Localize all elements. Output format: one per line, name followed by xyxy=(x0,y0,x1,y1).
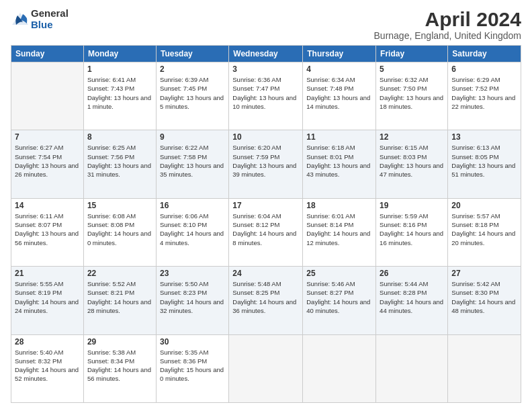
day-number: 14 xyxy=(15,201,80,210)
list-item: 5Sunrise: 6:32 AMSunset: 7:50 PMDaylight… xyxy=(376,62,448,130)
subtitle: Burnage, England, United Kingdom xyxy=(374,30,521,41)
main-title: April 2024 xyxy=(374,8,521,30)
list-item: 22Sunrise: 5:52 AMSunset: 8:21 PMDayligh… xyxy=(83,267,156,334)
col-monday: Monday xyxy=(83,46,156,62)
day-number: 12 xyxy=(380,132,444,142)
day-info: Sunrise: 6:29 AMSunset: 7:52 PMDaylight:… xyxy=(451,75,517,111)
day-info: Sunrise: 5:59 AMSunset: 8:16 PMDaylight:… xyxy=(380,212,444,247)
day-info: Sunrise: 5:35 AMSunset: 8:36 PMDaylight:… xyxy=(160,348,225,383)
col-wednesday: Wednesday xyxy=(229,46,303,62)
list-item: 6Sunrise: 6:29 AMSunset: 7:52 PMDaylight… xyxy=(448,62,521,130)
col-thursday: Thursday xyxy=(303,46,376,62)
list-item xyxy=(229,334,303,402)
day-number: 22 xyxy=(87,269,152,278)
table-row: 1Sunrise: 6:41 AMSunset: 7:43 PMDaylight… xyxy=(11,62,521,130)
day-info: Sunrise: 5:38 AMSunset: 8:34 PMDaylight:… xyxy=(87,348,152,383)
day-number: 10 xyxy=(232,132,299,142)
list-item: 9Sunrise: 6:22 AMSunset: 7:58 PMDaylight… xyxy=(156,130,228,198)
day-number: 1 xyxy=(87,64,152,74)
day-info: Sunrise: 6:06 AMSunset: 8:10 PMDaylight:… xyxy=(160,212,225,247)
day-info: Sunrise: 6:08 AMSunset: 8:08 PMDaylight:… xyxy=(87,212,152,247)
day-info: Sunrise: 6:01 AMSunset: 8:14 PMDaylight:… xyxy=(306,212,372,247)
list-item xyxy=(11,62,84,130)
day-number: 2 xyxy=(160,64,225,74)
list-item: 12Sunrise: 6:15 AMSunset: 8:03 PMDayligh… xyxy=(376,130,448,198)
list-item: 14Sunrise: 6:11 AMSunset: 8:07 PMDayligh… xyxy=(11,198,84,266)
day-info: Sunrise: 6:39 AMSunset: 7:45 PMDaylight:… xyxy=(160,75,225,111)
day-info: Sunrise: 6:11 AMSunset: 8:07 PMDaylight:… xyxy=(15,212,80,247)
list-item: 26Sunrise: 5:44 AMSunset: 8:28 PMDayligh… xyxy=(376,267,448,334)
list-item: 4Sunrise: 6:34 AMSunset: 7:48 PMDaylight… xyxy=(303,62,376,130)
day-number: 24 xyxy=(232,269,299,278)
day-info: Sunrise: 6:41 AMSunset: 7:43 PMDaylight:… xyxy=(87,75,152,111)
list-item: 8Sunrise: 6:25 AMSunset: 7:56 PMDaylight… xyxy=(83,130,156,198)
calendar-table: Sunday Monday Tuesday Wednesday Thursday… xyxy=(11,45,521,403)
day-number: 9 xyxy=(160,132,225,142)
day-info: Sunrise: 5:42 AMSunset: 8:30 PMDaylight:… xyxy=(451,279,517,315)
day-number: 18 xyxy=(306,201,372,210)
day-info: Sunrise: 5:55 AMSunset: 8:19 PMDaylight:… xyxy=(15,279,80,315)
col-friday: Friday xyxy=(376,46,448,62)
day-number: 25 xyxy=(306,269,372,278)
day-info: Sunrise: 6:18 AMSunset: 8:01 PMDaylight:… xyxy=(306,143,372,179)
day-info: Sunrise: 5:40 AMSunset: 8:32 PMDaylight:… xyxy=(15,348,80,383)
list-item: 16Sunrise: 6:06 AMSunset: 8:10 PMDayligh… xyxy=(156,198,228,266)
list-item: 28Sunrise: 5:40 AMSunset: 8:32 PMDayligh… xyxy=(11,334,84,402)
list-item xyxy=(376,334,448,402)
day-number: 29 xyxy=(87,337,152,347)
day-info: Sunrise: 6:34 AMSunset: 7:48 PMDaylight:… xyxy=(306,75,372,111)
day-info: Sunrise: 6:36 AMSunset: 7:47 PMDaylight:… xyxy=(232,75,299,111)
list-item: 13Sunrise: 6:13 AMSunset: 8:05 PMDayligh… xyxy=(448,130,521,198)
list-item: 19Sunrise: 5:59 AMSunset: 8:16 PMDayligh… xyxy=(376,198,448,266)
logo-icon xyxy=(11,10,30,29)
logo-blue: Blue xyxy=(31,19,69,31)
day-info: Sunrise: 6:13 AMSunset: 8:05 PMDaylight:… xyxy=(451,143,517,179)
day-info: Sunrise: 5:57 AMSunset: 8:18 PMDaylight:… xyxy=(451,212,517,247)
day-number: 11 xyxy=(306,132,372,142)
day-info: Sunrise: 5:48 AMSunset: 8:25 PMDaylight:… xyxy=(232,279,299,315)
list-item: 20Sunrise: 5:57 AMSunset: 8:18 PMDayligh… xyxy=(448,198,521,266)
list-item: 15Sunrise: 6:08 AMSunset: 8:08 PMDayligh… xyxy=(83,198,156,266)
day-number: 13 xyxy=(451,132,517,142)
list-item: 7Sunrise: 6:27 AMSunset: 7:54 PMDaylight… xyxy=(11,130,84,198)
list-item: 17Sunrise: 6:04 AMSunset: 8:12 PMDayligh… xyxy=(229,198,303,266)
list-item xyxy=(303,334,376,402)
day-info: Sunrise: 5:50 AMSunset: 8:23 PMDaylight:… xyxy=(160,279,225,315)
header-row: Sunday Monday Tuesday Wednesday Thursday… xyxy=(11,46,521,62)
day-number: 5 xyxy=(380,64,444,74)
list-item: 2Sunrise: 6:39 AMSunset: 7:45 PMDaylight… xyxy=(156,62,228,130)
day-number: 19 xyxy=(380,201,444,210)
list-item: 30Sunrise: 5:35 AMSunset: 8:36 PMDayligh… xyxy=(156,334,228,402)
day-number: 15 xyxy=(87,201,152,210)
logo-general: General xyxy=(31,8,69,19)
day-number: 28 xyxy=(15,337,80,347)
list-item: 3Sunrise: 6:36 AMSunset: 7:47 PMDaylight… xyxy=(229,62,303,130)
day-number: 16 xyxy=(160,201,225,210)
day-number: 26 xyxy=(380,269,444,278)
day-number: 27 xyxy=(451,269,517,278)
list-item: 25Sunrise: 5:46 AMSunset: 8:27 PMDayligh… xyxy=(303,267,376,334)
col-saturday: Saturday xyxy=(448,46,521,62)
page: General Blue April 2024 Burnage, England… xyxy=(0,0,532,411)
day-info: Sunrise: 6:04 AMSunset: 8:12 PMDaylight:… xyxy=(232,212,299,247)
day-info: Sunrise: 6:15 AMSunset: 8:03 PMDaylight:… xyxy=(380,143,444,179)
day-info: Sunrise: 6:25 AMSunset: 7:56 PMDaylight:… xyxy=(87,143,152,179)
day-number: 3 xyxy=(232,64,299,74)
col-sunday: Sunday xyxy=(11,46,84,62)
table-row: 21Sunrise: 5:55 AMSunset: 8:19 PMDayligh… xyxy=(11,267,521,334)
list-item: 18Sunrise: 6:01 AMSunset: 8:14 PMDayligh… xyxy=(303,198,376,266)
day-info: Sunrise: 6:32 AMSunset: 7:50 PMDaylight:… xyxy=(380,75,444,111)
day-info: Sunrise: 6:20 AMSunset: 7:59 PMDaylight:… xyxy=(232,143,299,179)
day-info: Sunrise: 5:44 AMSunset: 8:28 PMDaylight:… xyxy=(380,279,444,315)
list-item: 11Sunrise: 6:18 AMSunset: 8:01 PMDayligh… xyxy=(303,130,376,198)
logo-text: General Blue xyxy=(31,8,69,30)
day-info: Sunrise: 6:22 AMSunset: 7:58 PMDaylight:… xyxy=(160,143,225,179)
list-item: 21Sunrise: 5:55 AMSunset: 8:19 PMDayligh… xyxy=(11,267,84,334)
header: General Blue April 2024 Burnage, England… xyxy=(11,8,521,41)
list-item: 1Sunrise: 6:41 AMSunset: 7:43 PMDaylight… xyxy=(83,62,156,130)
list-item: 27Sunrise: 5:42 AMSunset: 8:30 PMDayligh… xyxy=(448,267,521,334)
list-item: 23Sunrise: 5:50 AMSunset: 8:23 PMDayligh… xyxy=(156,267,228,334)
day-number: 7 xyxy=(15,132,80,142)
list-item: 10Sunrise: 6:20 AMSunset: 7:59 PMDayligh… xyxy=(229,130,303,198)
day-number: 30 xyxy=(160,337,225,347)
